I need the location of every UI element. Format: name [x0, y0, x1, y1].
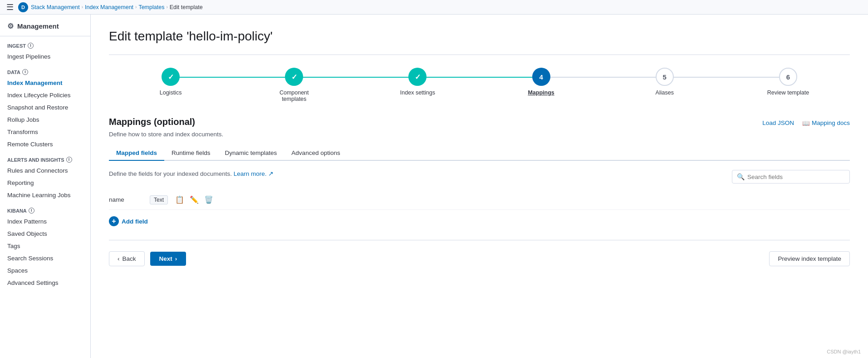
sidebar-item-saved-objects[interactable]: Saved Objects [0, 228, 90, 240]
step-index-settings: ✓ Index settings [356, 68, 479, 96]
delete-field-button[interactable]: 🗑️ [203, 194, 214, 205]
sidebar-title: Management [17, 22, 59, 30]
book-icon: 📖 [802, 119, 810, 127]
checkmark-icon-1: ✓ [168, 73, 174, 81]
tab-mapped-fields[interactable]: Mapped fields [109, 146, 164, 161]
step-component-templates: ✓ Component templates [232, 68, 356, 102]
avatar: D [18, 2, 28, 12]
step-number-5: 5 [663, 73, 667, 81]
fields-table: name Text 📋 ✏️ 🗑️ [109, 190, 850, 210]
field-type-badge: Text [150, 195, 168, 204]
field-name: name [109, 196, 145, 203]
breadcrumb-index-management[interactable]: Index Management [85, 4, 133, 10]
preview-index-template-button[interactable]: Preview index template [769, 251, 850, 266]
step-label-3: Index settings [400, 90, 435, 96]
sidebar-section-alerts: Alerts and Insights i [0, 150, 90, 164]
table-row: name Text 📋 ✏️ 🗑️ [109, 190, 850, 210]
sidebar-item-advanced-settings[interactable]: Advanced Settings [0, 277, 90, 289]
learn-more-link[interactable]: Learn more. ↗ [234, 170, 274, 177]
mapping-docs-button[interactable]: 📖 Mapping docs [802, 119, 850, 127]
mappings-title: Mappings (optional) [109, 117, 195, 127]
breadcrumb-stack-management[interactable]: Stack Management [31, 4, 80, 10]
field-description: Define the fields for your indexed docum… [109, 170, 274, 177]
sidebar-item-rules-connectors[interactable]: Rules and Connectors [0, 164, 90, 177]
tab-advanced-options[interactable]: Advanced options [284, 146, 347, 161]
step-mappings: 4 Mappings [480, 68, 603, 96]
add-field-label: Add field [122, 218, 148, 225]
breadcrumb-sep-1: › [82, 5, 83, 10]
step-circle-1: ✓ [162, 68, 180, 86]
search-fields-input[interactable] [747, 174, 845, 180]
footer: ‹ Back Next › Preview index template [109, 240, 850, 266]
checkmark-icon-2: ✓ [291, 73, 297, 81]
breadcrumb-edit-template: Edit template [170, 4, 203, 10]
menu-icon: ☰ [6, 3, 14, 12]
mappings-description: Define how to store and index documents. [109, 131, 850, 138]
data-info-icon[interactable]: i [22, 69, 28, 75]
page-title: Edit template 'hello-im-policy' [109, 29, 850, 44]
step-label-4: Mappings [528, 90, 554, 96]
sidebar-section-ingest: Ingest i [0, 36, 90, 50]
add-circle-icon: + [109, 216, 119, 226]
tab-content: Define the fields for your indexed docum… [109, 161, 850, 266]
breadcrumb-templates[interactable]: Templates [138, 4, 164, 10]
load-json-button[interactable]: Load JSON [762, 119, 794, 126]
mappings-tabs: Mapped fields Runtime fields Dynamic tem… [109, 146, 850, 161]
step-label-1: Logistics [160, 90, 182, 96]
sidebar-section-data: Data i [0, 63, 90, 77]
menu-button[interactable]: ☰ [5, 1, 15, 13]
sidebar-item-ml-jobs[interactable]: Machine Learning Jobs [0, 189, 90, 201]
sidebar-item-transforms[interactable]: Transforms [0, 126, 90, 138]
next-button[interactable]: Next › [150, 252, 186, 266]
step-circle-4: 4 [532, 68, 550, 86]
alerts-info-icon[interactable]: i [66, 157, 72, 163]
step-circle-3: ✓ [408, 68, 427, 86]
breadcrumb-sep-2: › [135, 5, 137, 10]
breadcrumb: Stack Management › Index Management › Te… [31, 4, 203, 10]
sidebar-item-ingest-pipelines[interactable]: Ingest Pipelines [0, 50, 90, 63]
kibana-info-icon[interactable]: i [29, 208, 34, 214]
checkmark-icon-3: ✓ [415, 73, 421, 81]
step-review-template: 6 Review template [726, 68, 850, 96]
sidebar-item-search-sessions[interactable]: Search Sessions [0, 252, 90, 264]
field-actions: 📋 ✏️ 🗑️ [174, 194, 214, 205]
sidebar-item-spaces[interactable]: Spaces [0, 264, 90, 277]
mappings-header-row: Mappings (optional) Load JSON 📖 Mapping … [109, 117, 850, 129]
sidebar-item-remote-clusters[interactable]: Remote Clusters [0, 138, 90, 150]
search-icon: 🔍 [737, 173, 745, 180]
step-circle-6: 6 [779, 68, 797, 86]
step-label-6: Review template [767, 90, 809, 96]
tab-dynamic-templates[interactable]: Dynamic templates [218, 146, 284, 161]
breadcrumb-sep-3: › [166, 5, 167, 10]
back-button[interactable]: ‹ Back [109, 251, 145, 266]
sidebar-item-tags[interactable]: Tags [0, 240, 90, 252]
sidebar-section-kibana: Kibana i [0, 201, 90, 215]
main-content: Edit template 'hello-im-policy' ✓ Logist… [91, 15, 868, 358]
search-fields-input-wrap: 🔍 [732, 170, 850, 184]
edit-field-button[interactable]: ✏️ [189, 194, 200, 205]
step-circle-5: 5 [656, 68, 674, 86]
sidebar-item-index-lifecycle[interactable]: Index Lifecycle Policies [0, 89, 90, 101]
ingest-info-icon[interactable]: i [28, 43, 34, 49]
step-label-5: Aliases [656, 90, 674, 96]
add-field-row[interactable]: + Add field [109, 210, 850, 233]
step-logistics: ✓ Logistics [109, 68, 232, 96]
step-number-4: 4 [539, 73, 543, 81]
step-label-2: Component templates [271, 90, 317, 102]
gear-icon: ⚙ [7, 22, 14, 30]
sidebar-item-index-patterns[interactable]: Index Patterns [0, 215, 90, 228]
step-number-6: 6 [786, 73, 790, 81]
sidebar-item-index-management[interactable]: Index Management [0, 77, 90, 89]
sidebar-item-rollup-jobs[interactable]: Rollup Jobs [0, 114, 90, 126]
step-circle-2: ✓ [285, 68, 303, 86]
title-divider [109, 55, 850, 55]
next-chevron-icon: › [175, 255, 177, 262]
stepper: ✓ Logistics ✓ Component templates ✓ Inde… [109, 68, 850, 102]
sidebar-item-snapshot-restore[interactable]: Snapshot and Restore [0, 101, 90, 114]
sidebar: ⚙ Management Ingest i Ingest Pipelines D… [0, 15, 91, 358]
back-chevron-icon: ‹ [118, 255, 120, 262]
sidebar-item-reporting[interactable]: Reporting [0, 177, 90, 189]
tab-runtime-fields[interactable]: Runtime fields [164, 146, 218, 161]
top-actions: Load JSON 📖 Mapping docs [762, 119, 850, 127]
copy-field-button[interactable]: 📋 [174, 194, 185, 205]
